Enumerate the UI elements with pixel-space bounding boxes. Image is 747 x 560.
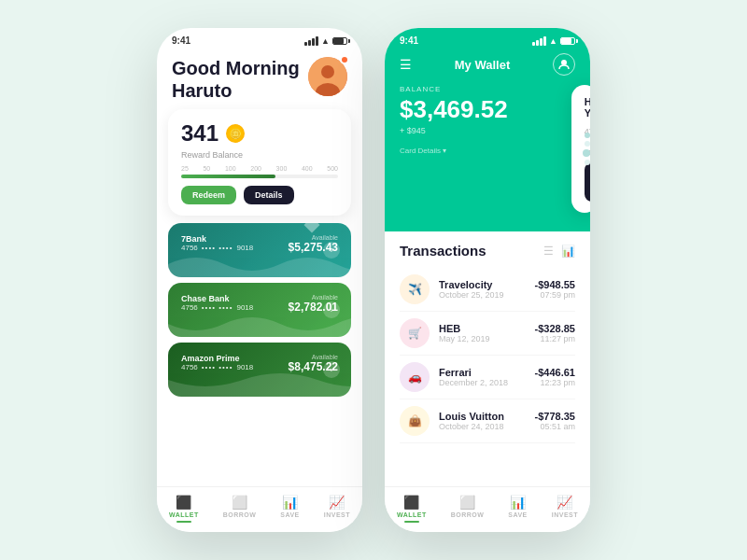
widget-dot-3 [583,149,590,157]
status-icons-1: ▲ [304,36,347,46]
transaction-time-2: 12:23 pm [535,378,575,387]
signal-bars-2 [532,36,546,46]
transaction-right-3: -$778.35 05:51 am [535,411,575,431]
phone1-body: Good Morning Haruto 3 [157,49,362,486]
transaction-info-3: Louis Vuitton October 24, 2018 [439,411,526,431]
card-diamond-0 [304,223,320,232]
greeting-line2: Haruto [172,79,300,102]
nav-wallet-1[interactable]: ⬛ WALLET [169,495,199,523]
notification-dot [340,55,349,64]
bank-card-1[interactable]: Chase Bank 4756 •••• •••• 9018 Available… [168,283,351,337]
nav-borrow-label-2: BORROW [451,511,485,518]
balance-amount: $3,469.52 [400,95,508,124]
card-details-label: Card Details [400,147,441,155]
nav-invest-1[interactable]: 📈 INVEST [324,495,350,523]
bank-card-0[interactable]: 7Bank 4756 •••• •••• 9018 Available $5,2… [168,223,351,277]
bottom-nav-1: ⬛ WALLET ⬜ BORROW 📊 SAVE 📈 INVEST [157,486,362,532]
battery-fill-1 [333,38,344,44]
greeting-row: Good Morning Haruto [172,57,347,102]
card-chevron-2[interactable]: › [323,361,340,378]
transaction-info-1: HEB May 12, 2019 [439,323,526,343]
status-icons-2: ▲ [532,36,575,46]
list-icon[interactable]: ☰ [543,245,554,258]
transaction-item-1[interactable]: 🛒 HEB May 12, 2019 -$328.85 11:27 pm [400,312,575,356]
transaction-date-1: May 12, 2019 [439,334,526,343]
nav-borrow-2[interactable]: ⬜ BORROW [451,495,485,523]
sig-2-4 [543,36,546,46]
card-available-0: Available [289,234,338,241]
wifi-icon-1: ▲ [321,36,330,46]
redeem-button[interactable]: Redeem [181,186,236,204]
nav-borrow-1[interactable]: ⬜ BORROW [223,495,257,523]
transactions-header: Transactions ☰ 📊 [400,243,575,259]
card-widget-dots [571,85,590,213]
transaction-right-2: -$446.61 12:23 pm [535,367,575,387]
nav-save-1[interactable]: 📊 SAVE [280,495,300,523]
hamburger-icon[interactable]: ☰ [400,57,412,72]
card-chevron-1[interactable]: › [323,301,340,318]
nav-save-2[interactable]: 📊 SAVE [508,495,528,523]
user-icon-svg [558,59,570,70]
nav-active-dot-2 [404,521,419,523]
wallet-nav-icon-1: ⬛ [176,495,191,510]
transaction-name-3: Louis Vuitton [439,411,526,422]
greeting-section: Good Morning Haruto [157,49,362,102]
card-dots-1: •••• •••• [202,303,233,312]
progress-labels: 25 50 100 200 300 400 500 [181,165,338,172]
transaction-right-1: -$328.85 11:27 pm [535,323,575,343]
transaction-amount-2: -$446.61 [535,367,575,378]
progress-label-500: 500 [327,165,338,172]
battery-fill-2 [561,38,571,44]
transaction-right-0: -$948.55 07:59 pm [535,279,575,300]
nav-wallet-2[interactable]: ⬛ WALLET [397,495,427,523]
transaction-item-0[interactable]: ✈️ Travelocity October 25, 2019 -$948.55… [400,268,575,312]
balance-change: + $945 [400,126,508,135]
card-dots-2: •••• •••• [202,363,233,371]
borrow-nav-icon-1: ⬜ [232,495,247,510]
card-details-trigger[interactable]: Card Details ▾ [400,147,508,155]
status-bar-2: 9:41 ▲ [385,28,590,49]
phone-2: 9:41 ▲ ☰ My Wallet [385,28,590,532]
progress-fill [181,175,275,178]
widget-dot-1 [585,133,590,138]
nav-active-dot-1 [176,521,191,523]
card-number-row-2: 4756 •••• •••• 9018 [181,363,253,371]
transaction-item-2[interactable]: 🚗 Ferrari December 2, 2018 -$446.61 12:2… [400,356,575,399]
progress-track [181,175,338,178]
transaction-date-3: October 24, 2018 [439,422,526,431]
reward-label: Reward Balance [181,150,338,160]
transaction-info-2: Ferrari December 2, 2018 [439,367,526,387]
card-wave-1 [168,311,351,337]
balance-info: BALANCE $3,469.52 + $945 Card Details ▾ [400,85,508,155]
transaction-amount-1: -$328.85 [535,323,575,334]
wallet-nav-icon-2: ⬛ [403,495,419,510]
signal-bar-1 [304,42,307,46]
progress-label-400: 400 [302,165,313,172]
card-chevron-0[interactable]: › [323,242,340,259]
nav-invest-label-1: INVEST [324,511,350,518]
signal-bar-2 [308,40,311,46]
transactions-icons: ☰ 📊 [543,245,575,258]
nav-wallet-label-2: WALLET [397,511,427,518]
card-available-2: Available [289,354,338,360]
save-nav-icon-2: 📊 [510,495,526,510]
transaction-amount-3: -$778.35 [535,411,575,422]
transaction-item-3[interactable]: 👜 Louis Vuitton October 24, 2018 -$778.3… [400,399,575,443]
card-wave-0 [168,251,351,277]
user-icon-circle[interactable] [553,53,575,76]
chart-icon[interactable]: 📊 [561,245,575,258]
nav-invest-2[interactable]: 📈 INVEST [552,495,578,523]
bank-card-2[interactable]: Amazon Prime 4756 •••• •••• 9018 Availab… [168,343,351,397]
card-suffix-1: 9018 [236,303,253,312]
sig-2-3 [540,38,543,46]
avatar-container[interactable] [308,57,347,96]
battery-icon-2 [560,37,575,45]
borrow-nav-icon-2: ⬜ [459,495,475,510]
sig-2-1 [532,42,535,46]
nav-save-label-1: SAVE [280,511,300,518]
balance-card-row: BALANCE $3,469.52 + $945 Card Details ▾ … [400,85,575,213]
card-wave-2 [168,371,351,397]
signal-bars-1 [304,36,318,46]
phone2-header: ☰ My Wallet [385,49,590,85]
details-button[interactable]: Details [244,186,294,204]
